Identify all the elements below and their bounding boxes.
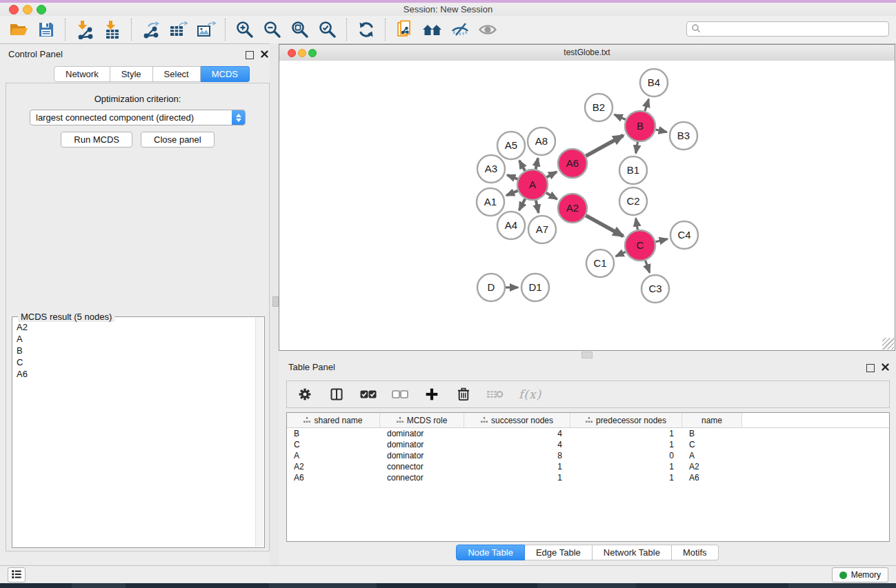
result-list-item[interactable]: A6 (14, 368, 255, 380)
graph-edge-A-A1[interactable] (506, 191, 518, 196)
mcds-result-list[interactable]: A2ABCA6 (14, 321, 255, 546)
table-cell[interactable]: A6 (682, 473, 742, 483)
network-graph[interactable]: AA1A2A3A4A5A6A7A8BB1B2B3B4CC1C2C3C4DD1 (279, 61, 895, 350)
graph-edge-A-A6[interactable] (546, 172, 557, 177)
column-header-name[interactable]: name (682, 413, 742, 427)
graph-edge-C-C3[interactable] (646, 261, 650, 273)
table-cell[interactable]: connector (380, 473, 464, 483)
table-cell[interactable]: dominator (380, 440, 464, 449)
graph-edge-A-A5[interactable] (519, 161, 525, 171)
window-resize-grip[interactable] (882, 338, 894, 349)
vertical-split-handle[interactable] (272, 296, 279, 307)
table-row[interactable]: A6connector11A6 (287, 472, 889, 483)
select-all-button[interactable] (360, 386, 377, 403)
graph-edge-A-A4[interactable] (519, 199, 526, 210)
show-selected-button[interactable] (474, 18, 501, 41)
graph-edge-C-C4[interactable] (655, 239, 667, 242)
run-mcds-button[interactable]: Run MCDS (61, 132, 132, 148)
new-network-from-selection-button[interactable] (391, 18, 419, 41)
table-cell[interactable]: C (287, 440, 380, 449)
export-network-button[interactable] (137, 18, 165, 41)
result-list-scrollbar[interactable] (255, 318, 263, 547)
tab-motifs[interactable]: Motifs (672, 545, 719, 560)
table-cell[interactable]: 1 (464, 473, 570, 483)
graph-edge-A-A7[interactable] (536, 200, 539, 212)
hide-selected-button[interactable] (446, 18, 474, 41)
column-header-MCDS-role[interactable]: MCDS role (380, 413, 464, 427)
table-cell[interactable]: A2 (682, 462, 742, 472)
network-canvas[interactable]: AA1A2A3A4A5A6A7A8BB1B2B3B4CC1C2C3C4DD1 (279, 61, 895, 350)
close-panel-icon[interactable] (261, 50, 268, 60)
table-cell[interactable]: 1 (570, 429, 682, 438)
close-panel-button[interactable]: Close panel (141, 132, 215, 148)
result-list-item[interactable]: C (14, 356, 255, 368)
column-header-successor-nodes[interactable]: successor nodes (464, 413, 570, 427)
function-builder-button[interactable]: f(x) (519, 387, 541, 401)
tab-network-table[interactable]: Network Table (593, 545, 672, 560)
table-cell[interactable]: A (682, 451, 742, 460)
export-image-button[interactable] (192, 18, 220, 41)
tab-edge-table[interactable]: Edge Table (525, 545, 593, 560)
memory-button[interactable]: Memory (832, 567, 888, 582)
network-window-titlebar[interactable]: testGlobe.txt (279, 45, 895, 61)
table-row[interactable]: Bdominator41B (287, 428, 889, 439)
table-cell[interactable]: 1 (570, 440, 682, 449)
table-cell[interactable]: 1 (570, 473, 682, 483)
graph-edge-C-C1[interactable] (616, 252, 626, 256)
table-cell[interactable]: connector (380, 462, 464, 472)
graph-edge-A-A3[interactable] (507, 175, 517, 179)
import-network-button[interactable] (71, 18, 99, 41)
result-list-item[interactable]: A2 (14, 321, 255, 333)
table-cell[interactable]: A6 (287, 473, 380, 483)
table-cell[interactable]: 4 (464, 440, 570, 449)
table-cell[interactable]: B (682, 429, 742, 438)
column-header-predecessor-nodes[interactable]: predecessor nodes (570, 413, 682, 427)
home-layout-button[interactable] (419, 18, 446, 41)
zoom-out-button[interactable] (259, 18, 286, 41)
delete-table-button[interactable] (487, 386, 504, 403)
table-cell[interactable]: 4 (464, 429, 570, 438)
delete-column-button[interactable] (455, 386, 472, 403)
result-list-item[interactable]: A (14, 333, 255, 345)
float-panel-icon[interactable] (866, 364, 875, 372)
result-list-item[interactable]: B (14, 345, 255, 356)
zoom-fit-button[interactable] (286, 18, 314, 41)
table-cell[interactable]: C (682, 440, 742, 449)
optimization-criterion-select[interactable]: largest connected component (directed) (30, 110, 246, 125)
graph-edge-B-B2[interactable] (615, 114, 626, 119)
open-file-button[interactable] (5, 18, 32, 41)
table-cell[interactable]: 1 (464, 462, 570, 472)
table-cell[interactable]: 8 (464, 451, 570, 460)
graph-edge-B-B1[interactable] (636, 142, 638, 154)
refresh-button[interactable] (352, 18, 380, 41)
toolbar-search-field[interactable] (686, 21, 889, 37)
node-table[interactable]: shared nameMCDS rolesuccessor nodesprede… (286, 412, 890, 542)
table-cell[interactable]: B (287, 429, 380, 438)
table-row[interactable]: Adominator80A (287, 450, 889, 461)
table-cell[interactable]: A (287, 451, 380, 460)
table-cell[interactable]: 0 (570, 451, 682, 460)
tab-network[interactable]: Network (54, 66, 110, 82)
tab-node-table[interactable]: Node Table (456, 545, 525, 560)
zoom-in-button[interactable] (231, 18, 259, 41)
column-header-shared-name[interactable]: shared name (287, 413, 380, 427)
zoom-selected-button[interactable] (314, 18, 341, 41)
search-input[interactable] (704, 23, 884, 34)
settings-gear-button[interactable] (297, 386, 313, 403)
deselect-all-button[interactable] (392, 386, 408, 403)
graph-edge-A-A8[interactable] (536, 158, 538, 169)
float-panel-icon[interactable] (246, 51, 254, 59)
tab-style[interactable]: Style (110, 66, 153, 82)
graph-edge-A6-B[interactable] (586, 136, 623, 156)
add-column-button[interactable] (424, 386, 440, 403)
graph-edge-A-A2[interactable] (546, 193, 557, 199)
export-table-button[interactable] (165, 18, 192, 41)
tab-select[interactable]: Select (153, 66, 201, 82)
graph-edge-C-C2[interactable] (636, 219, 638, 230)
table-row[interactable]: A2connector11A2 (287, 461, 889, 472)
table-cell[interactable]: dominator (380, 429, 464, 438)
save-session-button[interactable] (32, 18, 60, 41)
horizontal-split-handle[interactable] (581, 352, 593, 358)
table-cell[interactable]: A2 (287, 462, 380, 472)
column-view-button[interactable] (328, 386, 345, 403)
